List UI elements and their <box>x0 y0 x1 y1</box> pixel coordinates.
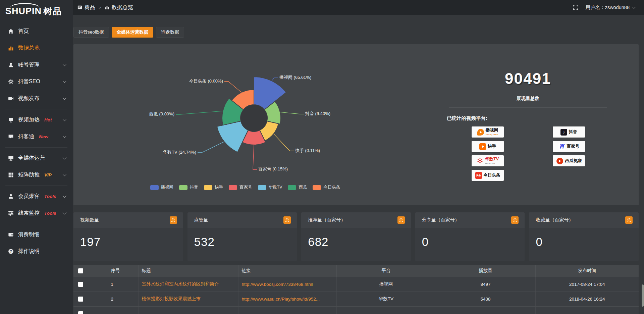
monitor-icon <box>8 155 14 161</box>
legend-item-西瓜[interactable]: 西瓜 <box>288 185 307 190</box>
sidebar-item-线索监控[interactable]: 线索监控Tools <box>0 205 73 221</box>
platform-chip-text: 快手 <box>488 144 496 149</box>
person-icon <box>8 194 14 199</box>
stat-card-value: 682 <box>301 228 411 249</box>
legend-swatch <box>150 185 159 190</box>
scrollbar-thumb[interactable] <box>642 284 644 307</box>
total-badge[interactable]: 总 <box>283 216 291 224</box>
pie-label-快手: 快手 (0.11%) <box>295 148 320 153</box>
summary-zone: 90491 展现量总数 已统计的视频平台: 播视网boosj.com♪抖音快手百… <box>417 44 639 205</box>
sidebar-item-操作说明[interactable]: ?操作说明 <box>0 243 73 260</box>
pie-label-line <box>224 82 241 92</box>
pie-slice-播视网[interactable] <box>254 77 286 110</box>
legend-swatch <box>229 185 237 190</box>
user-menu[interactable]: 用户名：zswodun88 <box>586 4 635 11</box>
sidebar-item-label: 抖音SEO <box>18 78 40 85</box>
legend-label: 今日头条 <box>323 185 340 190</box>
sidebar-divider <box>5 224 67 224</box>
total-badge[interactable]: 总 <box>625 216 633 224</box>
sidebar-item-矩阵助推[interactable]: 矩阵助推VIP <box>0 166 73 183</box>
sidebar-item-全媒体运营[interactable]: 全媒体运营 <box>0 150 73 166</box>
tab-询盘数据[interactable]: 询盘数据 <box>156 27 184 38</box>
table-header-链接: 链接 <box>238 265 336 277</box>
chevron-down-icon <box>63 79 66 83</box>
chevron-down-icon <box>63 134 66 138</box>
stat-card-分享量（百家号）: 分享量（百家号）总0 <box>415 212 525 261</box>
douyin-logo-icon: ♪ <box>560 129 567 136</box>
chevron-down-icon <box>63 194 66 198</box>
topbar: 树品 > 数据总览 用户名：zswodun88 <box>73 0 644 15</box>
logo-text-en: SHUPIN <box>5 6 42 16</box>
sidebar-item-badge: Tools <box>44 194 56 199</box>
platform-chip-text: 今日头条 <box>484 173 500 177</box>
cell-url-link[interactable]: http://www.boosj.com/7338468.html <box>238 277 336 292</box>
sidebar-item-抖客通[interactable]: 抖客通New <box>0 128 73 145</box>
stat-card-value: 532 <box>187 228 297 249</box>
fullscreen-icon[interactable] <box>573 5 578 10</box>
legend-swatch <box>288 185 296 190</box>
chevron-down-icon <box>63 211 66 214</box>
select-all-checkbox[interactable] <box>78 268 83 273</box>
breadcrumb-root[interactable]: 树品 <box>85 4 95 11</box>
platform-name: 快手 <box>488 144 496 149</box>
cell-title-link[interactable]: 楼体投影灯投影效果震撼上市 <box>138 292 238 306</box>
total-impressions-value: 90491 <box>417 69 639 88</box>
sidebar-item-消费明细[interactable]: 消费明细 <box>0 226 73 243</box>
total-badge[interactable]: 总 <box>397 216 405 224</box>
legend-item-百家号[interactable]: 百家号 <box>229 185 252 190</box>
tab-全媒体运营数据[interactable]: 全媒体运营数据 <box>112 27 154 38</box>
chevron-down-icon <box>63 117 66 121</box>
row-checkbox[interactable] <box>78 311 83 314</box>
total-badge[interactable]: 总 <box>511 216 519 224</box>
pie-chart-zone: 播视网 (65.61%)抖音 (9.40%)快手 (0.11%)百家号 (0.1… <box>73 44 417 205</box>
legend-swatch <box>313 185 321 190</box>
sidebar-item-视频发布[interactable]: 视频发布 <box>0 90 73 107</box>
cell-title-link[interactable] <box>138 306 238 314</box>
wasu-logo-icon <box>477 157 483 165</box>
sidebar-item-首页[interactable]: 首页 <box>0 23 73 40</box>
legend-swatch <box>204 185 212 190</box>
cell-title-link[interactable]: 室外水纹灯和室内水纹灯的区别和简介 <box>138 277 238 292</box>
legend-item-今日头条[interactable]: 今日头条 <box>313 185 340 190</box>
breadcrumb-separator: > <box>99 5 101 10</box>
sidebar: SHUPIN 树品 首页数据总览账号管理抖音SEO视频发布视频加热Hot抖客通N… <box>0 0 73 314</box>
breadcrumb-current: 数据总览 <box>112 4 133 11</box>
xigua-logo-icon <box>556 158 563 164</box>
stat-card-label: 视频数量 <box>80 217 99 223</box>
total-badge[interactable]: 总 <box>170 216 177 224</box>
sidebar-item-抖音SEO[interactable]: 抖音SEO <box>0 73 73 90</box>
sidebar-item-label: 全媒体运营 <box>18 155 45 162</box>
bar-chart-icon <box>8 45 14 51</box>
chevron-down-icon <box>63 62 66 66</box>
play-icon <box>480 131 482 134</box>
sidebar-item-视频加热[interactable]: 视频加热Hot <box>0 111 73 128</box>
platform-name: 播视网 <box>486 128 498 133</box>
platform-chip-text: 华数TVwasu.cn <box>485 157 499 164</box>
legend-item-抖音[interactable]: 抖音 <box>179 185 198 190</box>
sidebar-item-数据总览[interactable]: 数据总览 <box>0 40 73 56</box>
row-checkbox[interactable] <box>78 282 83 287</box>
platform-name: 百家号 <box>567 144 580 149</box>
chevron-down-icon <box>63 96 66 100</box>
legend-item-播视网[interactable]: 播视网 <box>150 185 174 190</box>
cell-url-link[interactable]: http://www.wasu.cn/Play/show/id/952... <box>238 292 336 306</box>
tab-抖音seo数据[interactable]: 抖音seo数据 <box>73 27 109 38</box>
platform-chip-text: 抖音 <box>569 130 577 134</box>
legend-label: 华数TV <box>269 185 282 190</box>
stat-cards: 视频数量总197点赞量总532推荐量（百家号）总682分享量（百家号）总0收藏量… <box>73 212 639 261</box>
platform-sub: boosj.com <box>486 133 498 136</box>
sidebar-item-账号管理[interactable]: 账号管理 <box>0 56 73 73</box>
cell-index: 2 <box>102 292 138 306</box>
cell-url-link[interactable] <box>238 306 336 314</box>
platform-chip-华数TV: 华数TVwasu.cn <box>472 155 504 166</box>
platform-chip-今日头条: 头条今日头条 <box>472 170 504 181</box>
legend-label: 百家号 <box>239 185 252 190</box>
legend-item-华数TV[interactable]: 华数TV <box>258 185 282 190</box>
stat-card-label: 推荐量（百家号） <box>308 217 345 223</box>
row-checkbox[interactable] <box>78 297 83 302</box>
app-logo: SHUPIN 树品 <box>0 0 73 22</box>
table-header-序号: 序号 <box>102 265 138 277</box>
sidebar-item-会员爆客[interactable]: 会员爆客Tools <box>0 188 73 205</box>
legend-item-快手[interactable]: 快手 <box>204 185 223 190</box>
breadcrumb: 树品 > 数据总览 <box>77 4 133 11</box>
